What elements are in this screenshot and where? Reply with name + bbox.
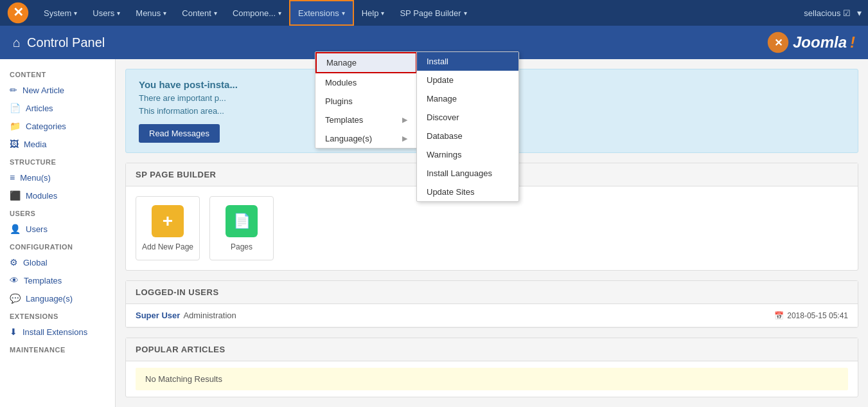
submenu-database[interactable]: Database [417,127,518,145]
submenu-manage[interactable]: Manage [417,89,518,108]
joomla-right-icon: ✕ [766,31,790,54]
sidebar-section-users: USERS [0,204,115,220]
sidebar-section-content: CONTENT [0,66,115,81]
user-name: Super User [136,311,180,320]
eye-icon: 👁 [10,275,19,285]
nav-items: System ▾ Users ▾ Menus ▾ Content ▾ Compo… [36,0,804,26]
submenu-update-sites[interactable]: Update Sites [417,183,518,201]
top-navigation: ✕ System ▾ Users ▾ Menus ▾ Content ▾ Com… [0,0,868,26]
sidebar-item-users[interactable]: 👤 Users [0,220,115,238]
nav-components[interactable]: Compone... ▾ [225,0,289,26]
caret-extensions: ▾ [342,10,345,17]
username-label[interactable]: sellacious ☑ [804,8,851,18]
nav-users[interactable]: Users ▾ [85,0,128,26]
folder-icon: 📁 [10,121,21,131]
add-page-label: Add New Page [142,242,193,251]
extensions-dropdown: Manage Modules Plugins Templates ▶ Langu… [315,51,418,149]
dropdown-manage[interactable]: Manage [315,52,417,73]
sidebar-item-menus[interactable]: ≡ Menu(s) [0,168,115,186]
sidebar-item-articles[interactable]: 📄 Articles [0,99,115,117]
caret-content: ▾ [214,10,217,17]
caret-users: ▾ [117,10,120,17]
sidebar-item-install-extensions[interactable]: ⬇ Install Extensions [0,323,115,341]
language-icon: 💬 [10,293,21,303]
control-panel-title: ⌂ Control Panel [13,35,105,50]
caret-system: ▾ [74,10,77,17]
media-icon: 🖼 [10,139,19,149]
login-timestamp: 📅 2018-05-15 05:41 [774,311,848,320]
sidebar-section-structure: STRUCTURE [0,153,115,168]
arrow-icon-languages: ▶ [402,134,407,143]
download-icon: ⬇ [10,327,17,337]
submenu-warnings[interactable]: Warnings [417,145,518,164]
nav-system[interactable]: System ▾ [36,0,85,26]
sidebar-item-templates[interactable]: 👁 Templates [0,271,115,289]
menu-icon: ≡ [10,172,15,183]
dropdown-plugins[interactable]: Plugins [315,92,417,111]
sidebar-item-global[interactable]: ⚙ Global [0,253,115,271]
joomla-top-icon: ✕ [6,1,30,24]
read-messages-button[interactable]: Read Messages [139,124,220,143]
sidebar-section-maintenance: MAINTENANCE [0,341,115,356]
sidebar-item-new-article[interactable]: ✏ New Article [0,81,115,99]
sidebar-item-media[interactable]: 🖼 Media [0,135,115,153]
article-icon: 📄 [10,103,21,113]
joomla-brand-text: Joomla [793,33,847,51]
caret-help: ▾ [381,10,384,17]
add-new-page-card[interactable]: + Add New Page [136,196,200,260]
logged-in-users-header: LOGGED-IN USERS [126,281,858,304]
nav-right: sellacious ☑ ▾ [804,8,862,18]
home-icon: ⌂ [13,35,21,50]
pages-label: Pages [231,242,252,251]
sidebar-item-modules[interactable]: ⬛ Modules [0,186,115,204]
sidebar-section-extensions: EXTENSIONS [0,307,115,323]
pages-icon: 📄 [226,205,258,237]
pages-card[interactable]: 📄 Pages [209,196,274,260]
sidebar: CONTENT ✏ New Article 📄 Articles 📁 Categ… [0,59,116,407]
popular-articles-header: POPULAR ARTICLES [126,338,858,361]
nav-menus[interactable]: Menus ▾ [128,0,174,26]
nav-content[interactable]: Content ▾ [174,0,225,26]
dropdown-languages[interactable]: Language(s) ▶ [315,129,417,148]
page-builder-icons: + Add New Page 📄 Pages [136,196,848,260]
dropdown-modules[interactable]: Modules [315,73,417,92]
nav-help[interactable]: Help ▾ [354,0,393,26]
calendar-icon: 📅 [774,311,784,320]
nav-sp-page-builder[interactable]: SP Page Builder ▾ [392,0,474,26]
svg-text:✕: ✕ [774,37,782,48]
dropdown-templates[interactable]: Templates ▶ [315,111,417,129]
submenu-install-languages[interactable]: Install Languages [417,164,518,183]
logged-user-row: Super User Administration 📅 2018-05-15 0… [126,304,858,327]
user-role: Administration [183,311,236,320]
submenu-discover[interactable]: Discover [417,108,518,127]
sidebar-section-configuration: CONFIGURATION [0,238,115,253]
page-title: Control Panel [27,35,105,50]
user-info: Super User Administration [136,311,236,320]
caret-menus: ▾ [163,10,166,17]
logged-in-users-section: LOGGED-IN USERS Super User Administratio… [125,280,858,328]
extensions-submenu: Install Update Manage Discover Database … [416,51,519,202]
joomla-logo-right: ✕ Joomla! [766,31,855,54]
joomla-exclaim: ! [850,33,855,51]
pencil-icon: ✏ [10,85,17,95]
submenu-update[interactable]: Update [417,71,518,89]
arrow-icon-templates: ▶ [402,116,407,124]
joomla-logo-top: ✕ [6,1,30,24]
sidebar-item-categories[interactable]: 📁 Categories [0,117,115,135]
popular-articles-section: POPULAR ARTICLES No Matching Results [125,338,858,397]
user-dropdown-icon[interactable]: ▾ [857,8,862,18]
no-results-label: No Matching Results [136,368,848,390]
sidebar-item-languages[interactable]: 💬 Language(s) [0,289,115,307]
caret-components: ▾ [278,10,281,17]
svg-text:✕: ✕ [13,5,24,19]
add-page-icon: + [152,205,184,237]
caret-sp: ▾ [464,10,467,17]
gear-icon: ⚙ [10,257,18,267]
user-icon: 👤 [10,224,21,234]
submenu-install[interactable]: Install [417,52,518,71]
module-icon: ⬛ [10,190,21,201]
nav-extensions[interactable]: Extensions ▾ [289,0,354,26]
